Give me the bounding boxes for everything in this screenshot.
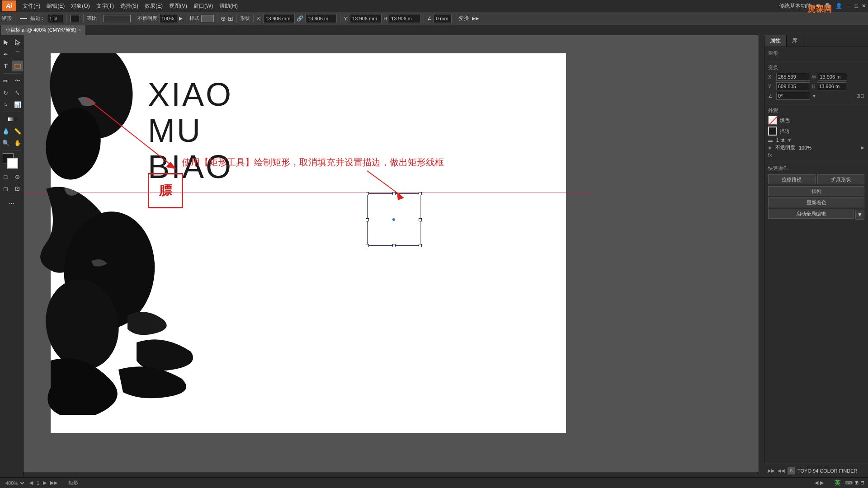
panel-rect-section: 矩形 [764, 47, 868, 61]
shape-type-label: 形状 [240, 15, 250, 22]
grid-icon[interactable]: ⊟ [860, 480, 864, 486]
toyo-expand-icon[interactable]: ◀◀ [778, 468, 785, 473]
angle-panel-input[interactable] [776, 92, 810, 100]
toyo-collapse-icon[interactable]: ▶▶ [768, 468, 775, 473]
zoom-control[interactable]: 400% 200% 100% 50% [4, 479, 26, 487]
x-unit: W [812, 75, 816, 80]
menu-edit[interactable]: 编辑(E) [44, 1, 67, 11]
window-minimize[interactable]: — [846, 3, 851, 9]
menu-file[interactable]: 文件(F) [20, 1, 43, 11]
arrange-btn[interactable]: 排列 [768, 186, 864, 196]
more-tools[interactable]: ··· [6, 198, 17, 209]
canvas-area[interactable]: XIAO MU BIAO 使用【矩形工具】绘制矩形，取消填充并设置描边，做出矩形… [24, 35, 764, 477]
shape-tool[interactable] [12, 61, 23, 71]
window-maximize[interactable]: □ [855, 3, 858, 9]
recolor-btn[interactable]: 重新着色 [768, 197, 864, 207]
menu-view[interactable]: 视图(V) [166, 1, 190, 11]
x-coord-input[interactable] [776, 73, 810, 81]
user-icon[interactable]: 👤 [835, 3, 842, 9]
pen-tool[interactable]: ✒ [0, 49, 11, 60]
menu-help[interactable]: 帮助(H) [217, 1, 241, 11]
select-tool[interactable] [0, 37, 11, 48]
menu-window[interactable]: 窗口(W) [191, 1, 216, 11]
text-tool[interactable]: T [0, 61, 11, 71]
screen-mode-1[interactable]: ◻ [0, 183, 11, 194]
fill-color-swatch[interactable] [768, 116, 777, 125]
vertical-scrollbar[interactable] [759, 35, 764, 477]
page-end[interactable]: ▶▶ [50, 480, 57, 486]
w-size-input[interactable] [818, 73, 847, 81]
y-coord-input[interactable] [776, 82, 810, 90]
x-input[interactable] [263, 14, 295, 23]
global-edit-btn[interactable]: 启动全局编辑 [768, 209, 854, 219]
stroke-label: 描边： [30, 15, 45, 22]
measure-tool[interactable]: 📏 [12, 126, 23, 136]
behind-mode[interactable]: ⊙ [12, 171, 23, 182]
horizontal-scrollbar[interactable] [24, 472, 759, 477]
zoom-tool[interactable]: 🔍 [0, 137, 11, 148]
expand-shape-btn[interactable]: 扩展形状 [817, 174, 865, 184]
hand-tool[interactable]: ✋ [12, 137, 23, 148]
style-swatch[interactable] [201, 15, 214, 22]
opacity-slider-expand[interactable]: ▶ [861, 145, 864, 150]
menu-effect[interactable]: 效果(E) [142, 1, 165, 11]
eyedropper-tool[interactable]: 💧 [0, 126, 11, 136]
recolor-icon[interactable]: ⊕ [221, 15, 226, 22]
equal-ratio-label: 等比 [87, 15, 97, 22]
keyboard-icon[interactable]: ⌨ [845, 480, 853, 486]
graph-tool[interactable]: 📊 [12, 99, 23, 110]
ime-icon[interactable]: 英 [835, 479, 840, 487]
stroke-swatch-tool[interactable] [7, 158, 18, 169]
curvature-tool[interactable]: ⌒ [12, 49, 23, 60]
y-input[interactable] [350, 14, 382, 23]
normal-mode[interactable]: □ [0, 171, 11, 182]
tab-properties[interactable]: 属性 [764, 35, 787, 47]
menu-select[interactable]: 选择(S) [118, 1, 141, 11]
stroke-width-dropdown[interactable]: ▼ [787, 138, 792, 143]
transform-extra-icons[interactable]: ⊞⊟ [856, 93, 864, 99]
scale-tool[interactable]: ⤡ [12, 87, 23, 98]
nav-next-icon[interactable]: ▶ [820, 480, 824, 486]
opacity-input[interactable] [159, 14, 177, 23]
page-nav-prev[interactable]: ◀ [29, 480, 33, 486]
y-label: Y: [344, 16, 348, 21]
page-nav-next[interactable]: ▶ [43, 480, 47, 486]
window-close[interactable]: ✕ [862, 3, 866, 9]
angle-dropdown-icon[interactable]: ▼ [812, 94, 816, 99]
pencil-tool[interactable]: ✏ [0, 75, 11, 86]
global-edit-dropdown[interactable]: ▼ [855, 210, 864, 220]
stroke-color-swatch-panel[interactable] [768, 127, 777, 136]
right-panel: 属性 库 矩形 变换 X W Y H ∠ ▼ [764, 35, 868, 477]
rotate-tool[interactable]: ↻ [0, 87, 11, 98]
stroke-color-swatch[interactable] [70, 15, 80, 22]
profile-swatch[interactable] [104, 15, 131, 22]
menu-text[interactable]: 文字(T) [94, 1, 117, 11]
fx-label: fx [768, 152, 772, 158]
w-input[interactable] [305, 14, 337, 23]
h-size-input[interactable] [817, 82, 846, 90]
angle-input[interactable] [434, 14, 452, 23]
opacity-options-icon[interactable]: ▶ [179, 16, 183, 21]
screen-mode-2[interactable]: ⊡ [12, 183, 23, 194]
align-path-btn[interactable]: 位移路径 [768, 174, 816, 184]
gradient-tool[interactable] [6, 114, 17, 125]
workspace-label: 传统基本功能 [779, 2, 811, 10]
menu-object[interactable]: 对象(O) [68, 1, 92, 11]
punctuation-icon[interactable]: · [842, 480, 844, 486]
tab-library[interactable]: 库 [787, 35, 803, 47]
direct-select-tool[interactable] [12, 37, 23, 48]
transform-btn[interactable]: 变换 [458, 14, 469, 22]
zoom-select[interactable]: 400% 200% 100% 50% [4, 479, 26, 487]
align-icon[interactable]: ⊞ [228, 15, 233, 22]
stroke-width-input[interactable] [47, 14, 63, 23]
w-lock-icon[interactable]: 🔗 [297, 15, 303, 22]
svg-line-9 [367, 171, 401, 196]
more-transforms-icon[interactable]: ▶▶ [472, 16, 479, 21]
smooth-tool[interactable]: 〜 [12, 75, 23, 86]
more-icons[interactable]: ⊞ [854, 480, 859, 486]
active-tab[interactable]: 小目标.ai @ 400% (CMYK/预览) × [1, 25, 86, 35]
tab-close-btn[interactable]: × [78, 28, 81, 33]
h-input[interactable] [389, 14, 420, 23]
nav-prev-icon[interactable]: ◀ [815, 480, 818, 486]
warp-tool[interactable]: ≈ [0, 99, 11, 110]
